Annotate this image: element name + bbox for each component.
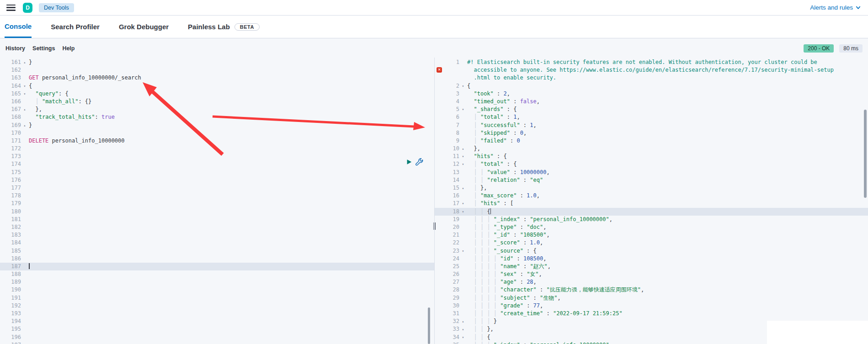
fold-toggle-icon[interactable]: ▾ xyxy=(459,153,467,160)
alerts-and-rules-button[interactable]: Alerts and rules xyxy=(810,4,862,11)
editor-line-191[interactable]: 191 xyxy=(0,294,434,302)
editor-line-177[interactable]: 177 xyxy=(0,184,434,192)
editor-line-161[interactable]: 161▴} xyxy=(0,58,434,66)
editor-line[interactable]: .html to enable security. xyxy=(435,74,868,82)
request-options-wrench-icon[interactable] xyxy=(415,157,424,167)
editor-line-188[interactable]: 188 xyxy=(0,270,434,278)
editor-line-21[interactable]: 21 │ │ │ "_id" : "108500", xyxy=(435,231,868,239)
editor-line-28[interactable]: 28 │ │ │ │ "character" : "抗压能力强，能够快速适应周围… xyxy=(435,286,868,294)
request-editor-scrollbar[interactable] xyxy=(428,307,430,344)
editor-line-31[interactable]: 31 │ │ │ │ "create_time" : "2022-09-17 2… xyxy=(435,310,868,318)
editor-line-6[interactable]: 6 │ "total" : 1, xyxy=(435,113,868,121)
editor-line-168[interactable]: 168 "track_total_hits": true xyxy=(0,113,434,121)
fold-toggle-icon[interactable]: ▴ xyxy=(459,318,467,325)
editor-line[interactable]: ✕ accessible to anyone. See https://www.… xyxy=(435,66,868,74)
editor-line-181[interactable]: 181 xyxy=(0,216,434,223)
breadcrumb[interactable]: Dev Tools xyxy=(39,3,74,12)
editor-line-4[interactable]: 4 "timed_out" : false, xyxy=(435,98,868,106)
fold-toggle-icon[interactable]: ▾ xyxy=(459,106,467,113)
response-viewer[interactable]: 1#! Elasticsearch built-in security feat… xyxy=(434,58,868,344)
fold-toggle-icon[interactable]: ▾ xyxy=(459,333,467,341)
fold-toggle-icon[interactable]: ▴ xyxy=(21,122,28,129)
editor-line-18[interactable]: 18▾ │ │ { xyxy=(435,208,868,216)
editor-line-23[interactable]: 23▾ │ │ │ "_source" : { xyxy=(435,247,868,255)
editor-line-182[interactable]: 182 xyxy=(0,223,434,231)
editor-line-164[interactable]: 164▾{ xyxy=(0,82,434,90)
space-avatar[interactable]: D xyxy=(23,3,32,13)
editor-line-9[interactable]: 9 │ "failed" : 0 xyxy=(435,137,868,145)
editor-line-20[interactable]: 20 │ │ │ "_type" : "doc", xyxy=(435,223,868,231)
fold-toggle-icon[interactable]: ▾ xyxy=(459,247,467,255)
response-viewer-scrollbar[interactable] xyxy=(864,110,867,198)
editor-line-174[interactable]: 174 xyxy=(0,160,434,168)
fold-toggle-icon[interactable]: ▾ xyxy=(21,90,28,98)
editor-line-178[interactable]: 178 xyxy=(0,192,434,200)
editor-line-185[interactable]: 185 xyxy=(0,247,434,255)
editor-line-183[interactable]: 183 xyxy=(0,231,434,239)
editor-line-167[interactable]: 167▴ }, xyxy=(0,106,434,113)
editor-line-197[interactable]: 197 xyxy=(0,341,434,344)
editor-line-26[interactable]: 26 │ │ │ │ "sex" : "女", xyxy=(435,270,868,278)
editor-line-163[interactable]: 163GET personal_info_10000000/_search xyxy=(0,74,434,82)
editor-line-190[interactable]: 190 xyxy=(0,286,434,294)
editor-line-193[interactable]: 193 xyxy=(0,310,434,318)
editor-line-171[interactable]: 171DELETE personal_info_10000000 xyxy=(0,137,434,145)
fold-toggle-icon[interactable]: ▴ xyxy=(459,184,467,192)
editor-line-27[interactable]: 27 │ │ │ │ "age" : 28, xyxy=(435,278,868,286)
editor-line-13[interactable]: 13 │ │ "value" : 10000000, xyxy=(435,169,868,176)
editor-line-2[interactable]: 2▾{ xyxy=(435,82,868,90)
editor-line-30[interactable]: 30 │ │ │ │ "grade" : 77, xyxy=(435,302,868,310)
help-menu-item[interactable]: Help xyxy=(62,45,75,52)
editor-line-166[interactable]: 166 │ "match_all": {} xyxy=(0,98,434,106)
fold-toggle-icon[interactable]: ▾ xyxy=(459,208,467,216)
editor-line-7[interactable]: 7 │ "successful" : 1, xyxy=(435,122,868,129)
editor-line-1[interactable]: 1#! Elasticsearch built-in security feat… xyxy=(435,58,868,66)
fold-toggle-icon[interactable]: ▴ xyxy=(459,145,467,153)
editor-line-14[interactable]: 14 │ │ "relation" : "eq" xyxy=(435,176,868,184)
editor-line-11[interactable]: 11▾ "hits" : { xyxy=(435,153,868,160)
fold-toggle-icon[interactable]: ▾ xyxy=(459,200,467,207)
editor-line-173[interactable]: 173 xyxy=(0,153,434,160)
request-editor[interactable]: 161▴}162163GET personal_info_10000000/_s… xyxy=(0,58,434,344)
fold-toggle-icon[interactable]: ▴ xyxy=(459,325,467,333)
editor-line-195[interactable]: 195 xyxy=(0,325,434,333)
pane-resize-handle[interactable] xyxy=(431,222,437,232)
editor-line-170[interactable]: 170 xyxy=(0,129,434,137)
editor-line-179[interactable]: 179 xyxy=(0,200,434,207)
editor-line-12[interactable]: 12▾ │ "total" : { xyxy=(435,160,868,168)
editor-line-180[interactable]: 180 xyxy=(0,208,434,216)
editor-line-24[interactable]: 24 │ │ │ │ "id" : 108500, xyxy=(435,255,868,263)
editor-line-25[interactable]: 25 │ │ │ │ "name" : "赵六", xyxy=(435,263,868,270)
send-request-play-icon[interactable] xyxy=(406,159,412,165)
editor-line-184[interactable]: 184 xyxy=(0,239,434,247)
tab-grok-debugger[interactable]: Grok Debugger xyxy=(119,16,169,38)
editor-line-176[interactable]: 176 xyxy=(0,176,434,184)
fold-toggle-icon[interactable]: ▾ xyxy=(21,82,28,90)
editor-line-10[interactable]: 10▴ }, xyxy=(435,145,868,153)
tab-console[interactable]: Console xyxy=(5,16,32,38)
tab-painless-lab[interactable]: Painless Lab BETA xyxy=(188,16,260,38)
editor-line-3[interactable]: 3 "took" : 2, xyxy=(435,90,868,98)
editor-line-189[interactable]: 189 xyxy=(0,278,434,286)
editor-line-16[interactable]: 16 │ "max_score" : 1.0, xyxy=(435,192,868,200)
editor-line-172[interactable]: 172 xyxy=(0,145,434,153)
history-menu-item[interactable]: History xyxy=(5,45,25,52)
editor-line-22[interactable]: 22 │ │ │ "_score" : 1.0, xyxy=(435,239,868,247)
tab-search-profiler[interactable]: Search Profiler xyxy=(51,16,100,38)
editor-line-29[interactable]: 29 │ │ │ │ "subject" : "生物", xyxy=(435,294,868,302)
editor-line-8[interactable]: 8 │ "skipped" : 0, xyxy=(435,129,868,137)
editor-line-192[interactable]: 192 xyxy=(0,302,434,310)
fold-toggle-icon[interactable]: ▾ xyxy=(459,160,467,168)
fold-toggle-icon[interactable]: ▾ xyxy=(459,82,467,90)
editor-line-15[interactable]: 15▴ │ }, xyxy=(435,184,868,192)
editor-line-5[interactable]: 5▾ "_shards" : { xyxy=(435,106,868,113)
editor-line-175[interactable]: 175 xyxy=(0,169,434,176)
menu-icon[interactable] xyxy=(6,5,16,11)
editor-line-162[interactable]: 162 xyxy=(0,66,434,74)
editor-line-187[interactable]: 187 xyxy=(0,263,434,270)
editor-line-19[interactable]: 19 │ │ │ "_index" : "personal_info_10000… xyxy=(435,216,868,223)
editor-line-194[interactable]: 194 xyxy=(0,318,434,325)
editor-line-165[interactable]: 165▾ "query": { xyxy=(0,90,434,98)
editor-line-17[interactable]: 17▾ │ "hits" : [ xyxy=(435,200,868,207)
fold-toggle-icon[interactable]: ▴ xyxy=(21,58,28,66)
